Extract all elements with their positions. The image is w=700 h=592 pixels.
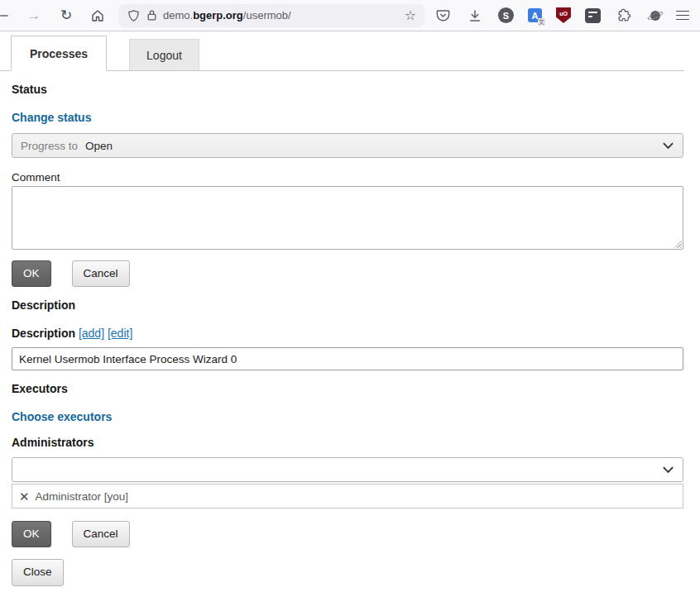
s-extension-icon[interactable]: S [498,7,514,23]
translate-extension-icon[interactable]: A文 [528,8,542,22]
change-status-link[interactable]: Change status [12,111,91,124]
page-tabbar: Processes Logout [0,36,684,71]
chevron-down-icon [662,464,674,476]
pocket-icon[interactable] [434,7,452,25]
extension-strip: S A文 uO [434,7,664,25]
ublock-origin-icon[interactable]: uO [556,7,571,23]
executors-cancel-button[interactable]: Cancel [72,521,130,547]
description-add-link[interactable]: [add] [79,327,104,340]
back-icon[interactable] [0,15,8,17]
status-cancel-button[interactable]: Cancel [72,260,130,287]
administrators-select[interactable] [12,457,683,482]
translate-sub-icon: 文 [538,18,545,26]
status-select[interactable]: Progress to Open [12,133,683,158]
reload-icon[interactable]: ↻ [57,7,75,25]
bookmark-star-icon[interactable]: ☆ [405,7,416,23]
selected-administrator-row: ✕ Administrator [you] [12,484,683,508]
card-extension-icon[interactable] [585,8,601,23]
status-heading: Status [12,83,683,96]
url-bar[interactable]: demo.bgerp.org/usermob/ ☆ [118,4,424,27]
shield-icon[interactable] [127,9,140,22]
menu-icon[interactable] [676,7,689,22]
forward-icon[interactable]: → [25,7,43,25]
description-label: Description [12,327,75,340]
description-edit-link[interactable]: [edit] [108,327,132,340]
executors-heading: Executors [12,382,683,395]
lock-icon[interactable] [146,9,157,22]
comment-label: Comment [12,171,683,184]
home-icon[interactable] [89,7,107,25]
comment-textarea[interactable] [12,186,683,250]
choose-executors-link[interactable]: Choose executors [12,410,112,423]
browser-toolbar: → ↻ demo.bgerp.org/usermob/ ☆ S A文 uO [0,0,700,31]
status-select-value: Open [85,140,113,152]
tab-logout[interactable]: Logout [129,39,199,70]
description-input[interactable] [12,347,683,370]
description-heading: Description [12,298,683,312]
status-select-prefix: Progress to [21,140,78,152]
remove-icon[interactable]: ✕ [19,490,30,503]
tab-processes[interactable]: Processes [11,36,107,71]
executors-ok-button[interactable]: OK [12,521,51,547]
close-button[interactable]: Close [12,559,64,585]
download-icon[interactable] [466,7,484,25]
puzzle-extensions-icon[interactable] [615,7,633,25]
description-label-row: Description [add] [edit] [12,327,683,340]
planet-extension-icon[interactable] [647,7,664,24]
administrators-heading: Administrators [12,436,683,449]
status-ok-button[interactable]: OK [12,260,51,287]
url-text: demo.bgerp.org/usermob/ [163,9,291,21]
chevron-down-icon [662,140,674,152]
selected-administrator-name: Administrator [you] [36,490,129,503]
